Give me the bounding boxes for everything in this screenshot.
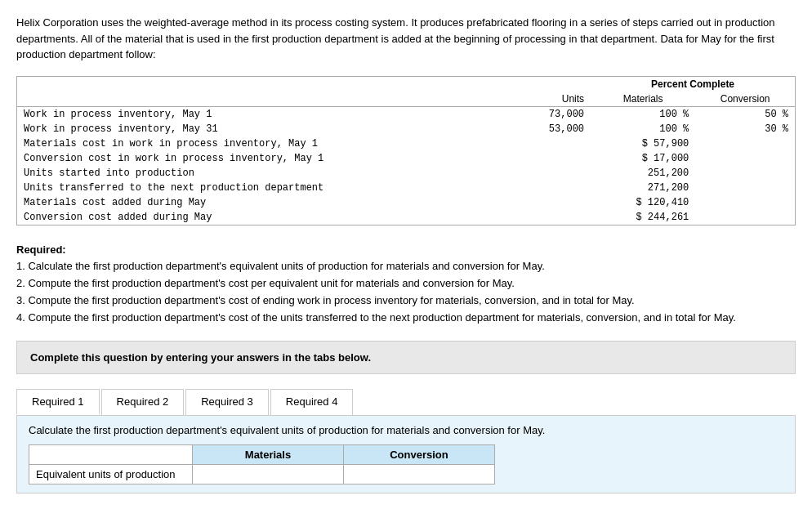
row-conversion: 30 % (695, 122, 795, 136)
row-units (514, 166, 591, 181)
materials-input[interactable] (199, 468, 337, 480)
conversion-input-cell[interactable] (344, 465, 495, 485)
row-label: Materials cost in work in process invent… (17, 136, 514, 151)
conversion-col-header: Conversion (344, 445, 495, 465)
data-table-row: Conversion cost added during May$ 244,26… (17, 210, 795, 225)
complete-instruction-text: Complete this question by entering your … (30, 351, 371, 364)
data-table-wrapper: Percent Complete Units Materials Convers… (16, 76, 796, 226)
required-section: Required: 1. Calculate the first product… (16, 242, 796, 327)
data-table-row: Conversion cost in work in process inven… (17, 151, 795, 166)
row-materials: $ 244,261 (591, 210, 695, 225)
row-label: Work in process inventory, May 1 (17, 106, 514, 122)
row-label: Conversion cost added during May (17, 210, 514, 225)
row-materials: 271,200 (591, 181, 695, 195)
row-units (514, 195, 591, 210)
data-table-row: Materials cost in work in process invent… (17, 136, 795, 151)
row-conversion (695, 151, 795, 166)
units-header: Units (514, 92, 591, 107)
row-conversion (695, 195, 795, 210)
equivalent-units-label: Equivalent units of production (29, 465, 193, 485)
column-header-row: Units Materials Conversion (17, 92, 795, 107)
required-item-2: 2. Compute the first production departme… (16, 277, 515, 289)
row-materials: 251,200 (591, 166, 695, 181)
row-label: Materials cost added during May (17, 195, 514, 210)
row-conversion (695, 166, 795, 181)
row-materials: $ 120,410 (591, 195, 695, 210)
data-table-row: Units started into production251,200 (17, 166, 795, 181)
row-label: Conversion cost in work in process inven… (17, 151, 514, 166)
percent-complete-header-row: Percent Complete (17, 77, 795, 92)
row-units (514, 151, 591, 166)
data-table: Percent Complete Units Materials Convers… (17, 77, 795, 225)
row-units (514, 136, 591, 151)
answer-table-header-row: Materials Conversion (29, 445, 495, 465)
tab-required-4[interactable]: Required 4 (270, 389, 354, 415)
row-label: Units started into production (17, 166, 514, 181)
intro-text: Helix Corporation uses the weighted-aver… (16, 15, 796, 63)
tab-required-2[interactable]: Required 2 (101, 389, 185, 415)
percent-complete-header: Percent Complete (591, 77, 795, 92)
tab-instruction-text: Calculate the first production departmen… (29, 424, 545, 436)
materials-input-cell[interactable] (193, 465, 344, 485)
data-table-row: Work in process inventory, May 173,00010… (17, 106, 795, 122)
row-units: 73,000 (514, 106, 591, 122)
data-table-row: Work in process inventory, May 3153,0001… (17, 122, 795, 136)
row-conversion (695, 136, 795, 151)
row-units (514, 181, 591, 195)
answer-table-row: Equivalent units of production (29, 465, 495, 485)
row-label: Work in process inventory, May 31 (17, 122, 514, 136)
required-item-4: 4. Compute the first production departme… (16, 311, 736, 324)
data-table-row: Units transferred to the next production… (17, 181, 795, 195)
answer-table: Materials Conversion Equivalent units of… (29, 444, 495, 485)
row-label: Units transferred to the next production… (17, 181, 514, 195)
row-materials: 100 % (591, 122, 695, 136)
conversion-header: Conversion (695, 92, 795, 107)
required-label: Required: (16, 243, 66, 256)
data-table-row: Materials cost added during May$ 120,410 (17, 195, 795, 210)
tab-content-area: Calculate the first production departmen… (16, 416, 796, 493)
row-units: 53,000 (514, 122, 591, 136)
required-item-1: 1. Calculate the first production depart… (16, 260, 545, 272)
row-materials: 100 % (591, 106, 695, 122)
conversion-input[interactable] (350, 468, 488, 480)
row-conversion (695, 181, 795, 195)
row-materials: $ 17,000 (591, 151, 695, 166)
materials-col-header: Materials (193, 445, 344, 465)
tabs-container: Required 1 Required 2 Required 3 Require… (16, 389, 796, 416)
row-conversion: 50 % (695, 106, 795, 122)
row-conversion (695, 210, 795, 225)
required-item-3: 3. Compute the first production departme… (16, 294, 635, 306)
answer-table-wrapper: Materials Conversion Equivalent units of… (29, 444, 783, 485)
row-materials: $ 57,900 (591, 136, 695, 151)
tab-required-1[interactable]: Required 1 (16, 389, 100, 415)
row-units (514, 210, 591, 225)
complete-instruction-box: Complete this question by entering your … (16, 341, 796, 374)
materials-header: Materials (591, 92, 695, 107)
tab-required-3[interactable]: Required 3 (185, 389, 269, 415)
